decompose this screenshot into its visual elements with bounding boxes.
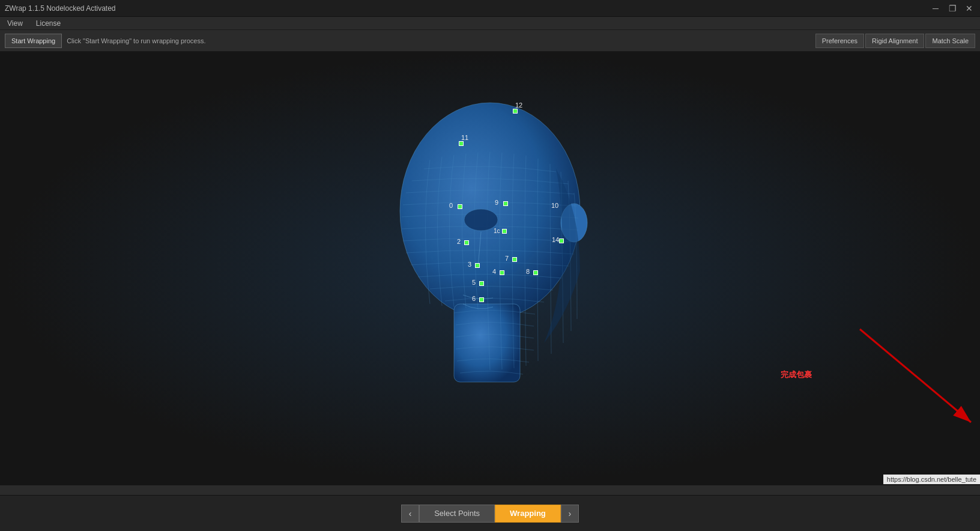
- app-title: ZWrap 1.1.5 Nodelocked Activated: [5, 4, 116, 13]
- rigid-alignment-button[interactable]: Rigid Alignment: [865, 34, 924, 48]
- svg-line-5: [860, 329, 971, 422]
- menu-item-license[interactable]: License: [32, 18, 64, 29]
- prev-tab-button[interactable]: ‹: [401, 505, 419, 523]
- viewport[interactable]: 12 11 0 9 10 1c 2: [0, 52, 980, 485]
- title-bar-controls: ─ ❐ ✕: [930, 2, 975, 14]
- point-14: 14: [552, 236, 559, 243]
- point-8: 8: [526, 268, 530, 275]
- toolbar-left: Start Wrapping Click "Start Wrapping" to…: [5, 34, 206, 48]
- toolbar: Start Wrapping Click "Start Wrapping" to…: [0, 30, 980, 52]
- match-scale-button[interactable]: Match Scale: [925, 34, 975, 48]
- tab-wrapping[interactable]: Wrapping: [495, 505, 561, 523]
- point-10: 10: [551, 202, 558, 209]
- point-3: 3: [468, 261, 471, 268]
- toolbar-right: Preferences Rigid Alignment Match Scale: [815, 34, 975, 48]
- next-tab-button[interactable]: ›: [561, 505, 579, 523]
- title-bar: ZWrap 1.1.5 Nodelocked Activated ─ ❐ ✕: [0, 0, 980, 17]
- point-4: 4: [492, 268, 496, 275]
- point-12: 12: [515, 102, 522, 109]
- start-wrapping-button[interactable]: Start Wrapping: [5, 34, 62, 48]
- point-6: 6: [472, 295, 476, 302]
- title-bar-title: ZWrap 1.1.5 Nodelocked Activated: [5, 4, 116, 13]
- point-7: 7: [505, 255, 509, 262]
- url-watermark: https://blog.csdn.net/belle_tute: [883, 475, 980, 484]
- point-labels-container: 12 11 0 9 10 1c 2: [376, 91, 604, 403]
- minimize-button[interactable]: ─: [930, 2, 942, 14]
- point-1c: 1c: [494, 228, 500, 234]
- point-11: 11: [461, 134, 468, 141]
- point-5: 5: [472, 279, 476, 286]
- menu-item-view[interactable]: View: [4, 18, 26, 29]
- red-arrow: [812, 311, 980, 449]
- close-button[interactable]: ✕: [963, 2, 975, 14]
- bottom-bar: ‹ Select Points Wrapping ›: [0, 495, 980, 531]
- menu-bar: View License: [0, 17, 980, 30]
- restore-button[interactable]: ❐: [946, 2, 958, 14]
- tab-select-points[interactable]: Select Points: [419, 505, 495, 523]
- point-0: 0: [449, 202, 453, 209]
- point-2: 2: [457, 238, 461, 245]
- instruction-text: Click "Start Wrapping" to run wrapping p…: [67, 37, 205, 44]
- point-9: 9: [495, 199, 498, 206]
- annotation-red-text: 完成包裹: [781, 369, 812, 380]
- preferences-button[interactable]: Preferences: [815, 34, 864, 48]
